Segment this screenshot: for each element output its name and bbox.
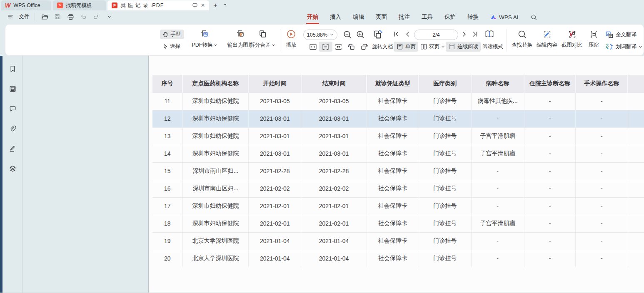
hand-icon (162, 31, 169, 38)
pdf-convert-icon: W (187, 28, 222, 40)
hand-tool-button[interactable]: 手型 (160, 30, 184, 39)
prev-page-button[interactable] (404, 30, 412, 38)
medical-records-table: 序号 定点医药机构名称 开始时间 结束时间 就诊凭证类型 医疗类别 病种名称 住… (152, 75, 644, 267)
col-disease-name: 病种名称 (471, 75, 524, 92)
find-replace-icon (509, 28, 534, 40)
table-row[interactable]: 16 深圳市南山区妇... 2021-02-02 2021-02-02 社会保障… (152, 180, 644, 197)
pdf-convert-button[interactable]: W PDF转换 (187, 28, 222, 49)
window-tab-bar: W WPS Office ✎ 找稿壳模板 P 就 医 记 录 .PDF ✕ + (0, 0, 644, 10)
svg-text:文: 文 (609, 35, 612, 37)
svg-text:1:1: 1:1 (311, 45, 315, 48)
select-tool-button[interactable]: 选择 (160, 42, 184, 51)
word-translate-button[interactable]: 文A 划词翻译 (605, 42, 642, 52)
thumbnail-panel-icon[interactable] (8, 84, 17, 93)
continuous-read-button[interactable]: 连续阅读 (446, 42, 481, 52)
svg-text:文: 文 (606, 43, 609, 47)
ribbon-search-icon[interactable] (529, 12, 539, 22)
last-page-button[interactable] (471, 30, 479, 38)
comment-panel-icon[interactable] (8, 104, 17, 113)
tab-wps-office[interactable]: W WPS Office (1, 0, 51, 10)
close-tab-icon[interactable]: ✕ (201, 2, 205, 8)
split-merge-button[interactable]: 拆分合并 (246, 28, 279, 49)
layers-panel-icon[interactable] (8, 164, 17, 173)
actual-size-button[interactable]: 1:1 (306, 42, 320, 52)
divider (280, 29, 280, 52)
col-medical-category: 医疗类别 (419, 75, 471, 92)
signature-panel-icon[interactable] (8, 144, 17, 153)
svg-text:A: A (610, 47, 613, 50)
open-folder-icon[interactable] (40, 12, 49, 21)
hamburger-menu-icon[interactable] (6, 12, 15, 21)
play-button[interactable]: 播放 (282, 28, 301, 49)
navigation-panel[interactable] (23, 56, 149, 293)
screenshot-compare-icon (559, 28, 584, 40)
double-page-button[interactable]: 双页 (417, 42, 447, 52)
tab-document-pdf[interactable]: P 就 医 记 录 .PDF ✕ (107, 0, 209, 10)
tab-template-store[interactable]: ✎ 找稿壳模板 (53, 0, 106, 10)
col-institution: 定点医药机构名称 (182, 75, 249, 92)
full-translate-button[interactable]: A文 全文翻译 (605, 30, 637, 40)
single-page-button[interactable]: 单页 (394, 42, 418, 52)
table-row[interactable]: 12 深圳市妇幼保健院 2021-03-01 2021-03-01 社会保障卡 … (152, 110, 644, 127)
ribbon-tab-comment[interactable]: 批注 (398, 12, 411, 22)
page-indicator-input[interactable]: 2/4 (414, 30, 458, 40)
more-commands-chevron-icon[interactable] (105, 12, 114, 21)
undo-icon[interactable] (79, 12, 88, 21)
col-operation-name: 手术操作名称 (576, 75, 628, 92)
table-row[interactable]: 20 北京大学深圳医院 2021-01-04 2021-01-04 社会保障卡 … (152, 250, 644, 267)
ribbon-tab-tools[interactable]: 工具 (421, 12, 434, 22)
first-page-button[interactable] (392, 30, 401, 38)
redo-icon[interactable] (92, 12, 101, 21)
zoom-out-button[interactable] (343, 30, 352, 39)
fit-width-button[interactable] (319, 42, 332, 52)
fit-page-button[interactable] (332, 42, 345, 52)
new-tab-button[interactable]: + (213, 1, 217, 10)
file-menu[interactable]: 文件 (19, 13, 30, 20)
rotate-left-button[interactable] (344, 42, 358, 52)
screenshot-compare-button[interactable]: 截图对比 (559, 28, 584, 49)
edit-content-icon (534, 28, 559, 40)
table-body: 11 深圳市妇幼保健院 2021-03-05 2021-03-05 社会保障卡 … (152, 92, 644, 267)
ribbon-tab-wps-ai[interactable]: WPS AI (489, 13, 519, 21)
chevron-down-icon (214, 43, 217, 47)
pdf-file-icon: P (112, 2, 117, 8)
zoom-in-button[interactable] (356, 30, 365, 39)
table-row[interactable]: 14 深圳市妇幼保健院 2021-03-01 2021-03-01 社会保障卡 … (152, 145, 644, 162)
table-row[interactable]: 13 深圳市妇幼保健院 2021-03-01 2021-03-01 社会保障卡 … (152, 127, 644, 145)
find-replace-button[interactable]: 查找替换 (509, 28, 534, 49)
table-row[interactable]: 19 北京大学深圳医院 2021-01-04 2021-01-04 社会保障卡 … (152, 232, 644, 250)
table-row[interactable]: 11 深圳市妇幼保健院 2021-03-05 2021-03-05 社会保障卡 … (152, 92, 644, 110)
rotate-pages-icon[interactable] (372, 29, 383, 40)
ribbon-tab-insert[interactable]: 插入 (329, 12, 342, 22)
print-icon[interactable] (66, 12, 75, 21)
table-row[interactable]: 18 深圳市妇幼保健院 2021-02-01 2021-02-01 社会保障卡 … (152, 215, 644, 232)
ribbon-tab-convert[interactable]: 转换 (467, 12, 479, 22)
ribbon-tab-edit[interactable]: 编辑 (352, 12, 365, 22)
compress-icon (584, 28, 603, 40)
next-page-button[interactable] (460, 30, 468, 38)
tab-label: 就 医 记 录 .PDF (120, 2, 164, 9)
pdf-page[interactable]: 序号 定点医药机构名称 开始时间 结束时间 就诊凭证类型 医疗类别 病种名称 住… (149, 56, 644, 293)
split-merge-icon (246, 28, 279, 40)
ribbon-tab-protect[interactable]: 保护 (444, 12, 457, 22)
tab-list-chevron-icon[interactable] (223, 2, 227, 6)
compress-button[interactable]: 压缩 (584, 28, 603, 49)
table-row[interactable]: 17 深圳市妇幼保健院 2021-02-01 2021-02-01 社会保障卡 … (152, 197, 644, 215)
full-translate-icon: A文 (605, 30, 614, 39)
ribbon-tab-page[interactable]: 页面 (375, 12, 388, 22)
save-icon[interactable] (53, 12, 62, 21)
edit-content-button[interactable]: 编辑内容 (534, 28, 559, 49)
read-mode-button[interactable]: 阅读模式 (480, 42, 506, 52)
sidebar-icon-bar (2, 56, 23, 293)
bookmark-panel-icon[interactable] (8, 64, 17, 73)
present-screen-icon[interactable] (192, 2, 198, 8)
read-mode-icon[interactable] (484, 29, 495, 40)
col-start-time: 开始时间 (249, 75, 301, 92)
zoom-level-select[interactable]: 105.88% (303, 30, 337, 40)
rotate-document-button[interactable]: 旋转文档 (369, 42, 395, 52)
ribbon-tab-home[interactable]: 开始 (306, 12, 319, 22)
svg-text:W: W (204, 33, 207, 36)
wps-ai-logo-icon (490, 14, 497, 20)
table-row[interactable]: 15 深圳市南山区妇... 2021-02-28 2021-02-28 社会保障… (152, 162, 644, 180)
attachment-panel-icon[interactable] (8, 124, 17, 133)
